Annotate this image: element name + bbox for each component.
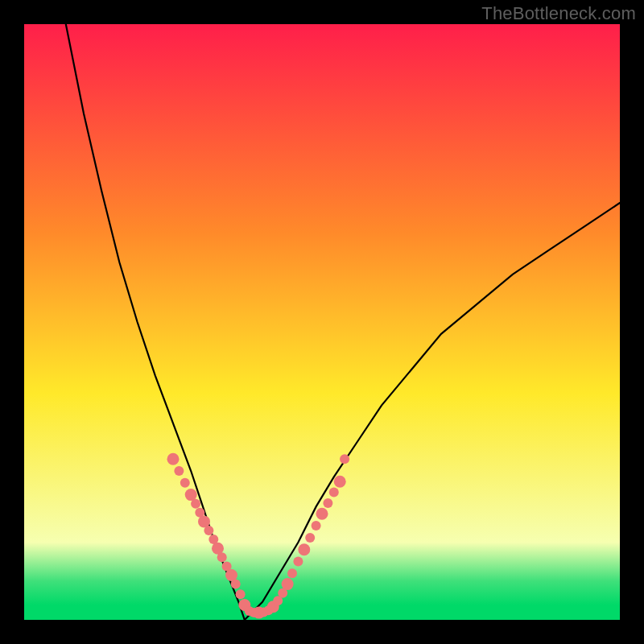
highlight-dot: [334, 476, 346, 488]
highlight-dot: [180, 478, 190, 488]
highlight-dot: [217, 552, 227, 562]
watermark-label: TheBottleneck.com: [481, 3, 636, 24]
highlight-dot: [305, 533, 315, 543]
highlight-dot: [174, 466, 184, 476]
highlight-dot: [287, 568, 297, 578]
plot-background: [24, 24, 620, 620]
highlight-dot: [282, 578, 294, 590]
highlight-dot: [231, 580, 241, 589]
highlight-dot: [340, 454, 349, 464]
highlight-dot: [191, 499, 200, 509]
highlight-dot: [293, 557, 303, 567]
chart-stage: TheBottleneck.com: [0, 0, 644, 644]
highlight-dot: [329, 488, 339, 497]
highlight-dot: [323, 498, 332, 508]
highlight-dot: [316, 508, 328, 520]
highlight-dot: [236, 589, 246, 599]
highlight-dot: [298, 543, 310, 555]
highlight-dot: [167, 453, 180, 465]
chart-svg: [0, 0, 644, 644]
highlight-dot: [204, 526, 213, 535]
highlight-dot: [312, 521, 321, 530]
